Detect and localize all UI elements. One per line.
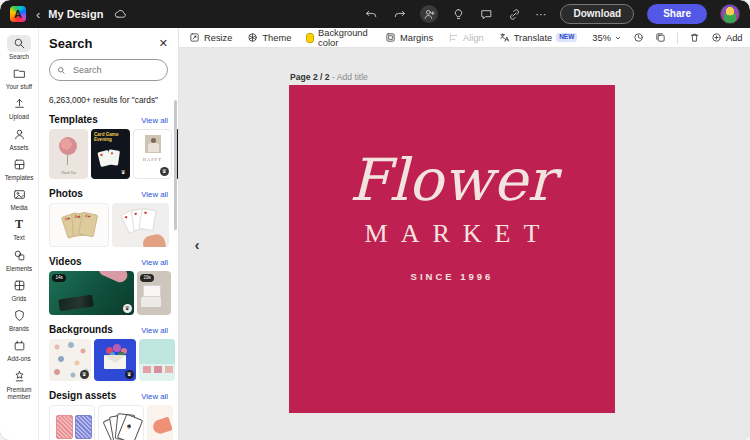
section-title-photos: Photos [49, 188, 83, 199]
align-icon [448, 32, 459, 43]
history-icon [633, 32, 644, 43]
theme-icon [247, 32, 258, 43]
view-all-videos-link[interactable]: View all [141, 258, 168, 267]
redo-icon[interactable] [392, 7, 407, 22]
sidebar-item-label: Brands [9, 325, 29, 332]
sidebar-item-label: Your stuff [6, 83, 32, 90]
pages-button[interactable] [655, 32, 666, 43]
sidebar-item-media[interactable]: Media [0, 184, 38, 213]
template-thumb-happy[interactable]: HAPPY ♛ [133, 129, 172, 179]
adobe-express-logo[interactable] [10, 6, 26, 22]
canvas-area[interactable]: ‹ Page 2 / 2 - Add title Flower MARKET S… [179, 48, 750, 440]
search-input[interactable] [71, 64, 160, 76]
hand-art [142, 233, 167, 247]
search-panel-title: Search [49, 36, 92, 51]
sidebar-item-label: Text [13, 234, 25, 241]
view-all-design-assets-link[interactable]: View all [141, 392, 168, 401]
template-caption: HAPPY [134, 157, 171, 162]
video-thumb-card-shuffle[interactable]: 14s ♛ [49, 271, 134, 315]
sidebar-item-label: Templates [5, 174, 34, 181]
design-title-text[interactable]: Flower [349, 151, 554, 209]
template-thumb-thank-you[interactable]: Thank You [49, 129, 88, 179]
templates-row: Thank You Card Game Evening ♥♦ ♛ HAPPY ♛ [49, 129, 178, 179]
trash-icon [689, 32, 700, 43]
section-title-backgrounds: Backgrounds [49, 324, 113, 335]
sidebar-item-templates[interactable]: Templates [0, 154, 38, 183]
background-thumb-envelope-flowers[interactable]: ♛ [94, 339, 136, 381]
add-page-button[interactable]: Add [711, 32, 743, 43]
sidebar-item-label: Media [10, 204, 27, 211]
design-tagline-text[interactable]: SINCE 1996 [411, 271, 494, 282]
premium-badge: ♛ [80, 370, 89, 379]
section-title-videos: Videos [49, 256, 82, 267]
sidebar-item-upload[interactable]: Upload [0, 93, 38, 122]
add-collaborator-icon[interactable] [420, 5, 438, 23]
add-ons-icon [7, 337, 31, 354]
panel-scrollbar[interactable] [174, 100, 177, 230]
sidebar-item-search[interactable]: Search [0, 33, 38, 62]
sidebar-item-assets[interactable]: Assets [0, 124, 38, 153]
translate-button[interactable]: Translate NEW [499, 32, 578, 43]
search-panel: Search ✕ 6,263,000+ results for "cards" … [39, 28, 179, 440]
sidebar-item-brands[interactable]: Brands [0, 305, 38, 334]
more-options-icon[interactable]: ⋯ [535, 8, 547, 21]
page-title-placeholder[interactable]: - Add title [330, 72, 368, 82]
asset-thumb-card-backs[interactable]: ♛ [49, 405, 95, 440]
document-title[interactable]: My Design [48, 8, 103, 20]
background-thumb-pattern[interactable]: ♛ [49, 339, 91, 381]
view-all-templates-link[interactable]: View all [141, 116, 168, 125]
zoom-select[interactable]: 35% [592, 33, 622, 43]
video-thumb-laptop[interactable]: 19s [137, 271, 171, 315]
comment-icon[interactable] [479, 7, 494, 22]
delete-page-button[interactable] [689, 32, 700, 43]
template-caption: Card Game Evening [94, 132, 120, 143]
theme-button[interactable]: Theme [247, 32, 291, 43]
close-icon[interactable]: ✕ [159, 37, 168, 50]
media-icon [7, 186, 31, 203]
design-subtitle-text[interactable]: MARKET [352, 219, 553, 249]
view-all-backgrounds-link[interactable]: View all [141, 326, 168, 335]
sidebar-item-premium-member[interactable]: Premium member [0, 366, 38, 402]
lightbulb-icon[interactable] [451, 7, 466, 22]
photo-thumb-hand-cards[interactable]: ♥ ♥ ♥ [112, 203, 169, 247]
back-chevron-icon[interactable]: ‹ [36, 7, 40, 22]
resize-label: Resize [204, 33, 232, 43]
folder-icon [7, 65, 31, 82]
download-button[interactable]: Download [560, 4, 634, 24]
premium-badge: ♛ [119, 168, 128, 177]
asset-thumb-card-fan[interactable]: ♠ [98, 405, 144, 440]
videos-row: 14s ♛ 19s [49, 271, 178, 315]
view-all-photos-link[interactable]: View all [141, 190, 168, 199]
chevron-down-icon [614, 34, 622, 42]
share-button[interactable]: Share [647, 4, 707, 24]
sidebar-item-grids[interactable]: Grids [0, 275, 38, 304]
new-badge: NEW [556, 33, 577, 43]
align-label: Align [463, 33, 484, 43]
sidebar-item-label: Premium member [0, 386, 38, 400]
resize-button[interactable]: Resize [189, 32, 232, 43]
page-label[interactable]: Page 2 / 2 - Add title [290, 72, 368, 82]
sidebar-item-text[interactable]: T Text [0, 214, 38, 243]
sidebar-item-add-ons[interactable]: Add-ons [0, 335, 38, 364]
page-number: Page 2 / 2 [290, 72, 330, 82]
asset-thumb-hand[interactable] [147, 405, 173, 440]
panel-collapse-button[interactable]: ‹ [186, 234, 208, 256]
margins-button[interactable]: Margins [385, 32, 433, 43]
sidebar-item-your-stuff[interactable]: Your stuff [0, 63, 38, 92]
margins-icon [385, 32, 396, 43]
link-icon[interactable] [507, 7, 522, 22]
translate-label: Translate [514, 33, 552, 43]
resize-icon [189, 32, 200, 43]
premium-badge: ♛ [123, 304, 132, 313]
template-thumb-card-game[interactable]: Card Game Evening ♥♦ ♛ [91, 129, 130, 179]
background-color-button[interactable]: Background color [306, 28, 370, 48]
design-assets-row: ♛ ♠ [49, 405, 178, 440]
photo-thumb-vintage-cards[interactable]: A♠ A♣ A♥ [49, 203, 109, 247]
history-button[interactable] [633, 32, 644, 43]
design-page[interactable]: Flower MARKET SINCE 1996 [289, 85, 615, 413]
background-thumb-winter[interactable] [139, 339, 175, 381]
avatar[interactable] [720, 4, 740, 24]
undo-icon[interactable] [364, 7, 379, 22]
background-color-label: Background color [318, 28, 370, 48]
sidebar-item-elements[interactable]: Elements [0, 245, 38, 274]
